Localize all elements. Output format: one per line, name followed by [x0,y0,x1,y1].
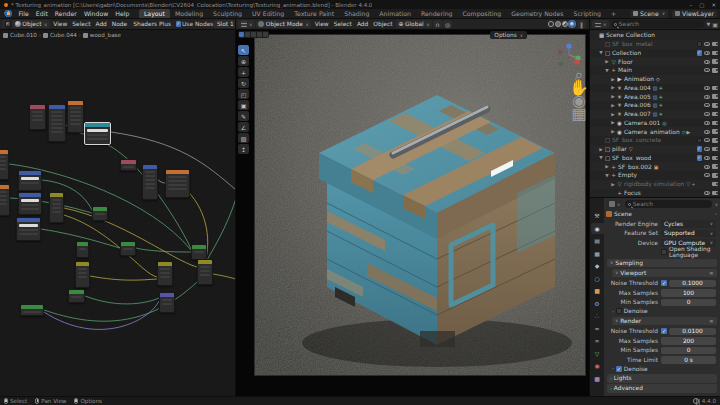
disable-in-renders-icon[interactable] [712,59,718,64]
disable-in-renders-icon[interactable] [712,156,718,161]
menu-edit[interactable]: Edit [32,10,51,17]
collection-checkbox[interactable]: ✓ [697,146,703,152]
tab-layout[interactable]: Layout [139,9,170,18]
tab-shading[interactable]: Shading [339,9,374,18]
shader-node[interactable] [67,100,84,133]
collection-checkbox[interactable]: ✓ [697,41,703,47]
outliner-row[interactable]: ▶☀Area.005▨☀ [590,92,720,101]
outliner-row[interactable]: ▦Scene Collection [590,31,720,40]
shader-node[interactable] [84,122,111,145]
tab-uv-editing[interactable]: UV Editing [247,9,289,18]
shader-node[interactable] [191,244,207,260]
new-collection-icon[interactable]: ▣ [712,21,718,28]
outliner-row[interactable]: □SF_box_metal✓ [590,40,720,49]
feature-set-dropdown[interactable]: Supported∨ [661,230,716,238]
outliner-row[interactable]: ▶☀Area.004▨☀ [590,84,720,93]
disable-in-renders-icon[interactable] [712,138,718,143]
disable-in-renders-icon[interactable] [712,191,718,196]
node-field[interactable] [87,129,108,132]
shader-node[interactable] [18,170,42,191]
shader-node[interactable] [29,104,46,130]
sampling-section-header[interactable]: ∨Sampling [607,259,717,268]
disable-in-renders-icon[interactable] [712,94,718,99]
vp-max-samples-field[interactable]: 100 [661,289,716,297]
properties-editor-type-button[interactable]: ∨ [606,200,623,208]
tool-properties-tab-icon[interactable]: ⚒ [591,210,604,222]
outliner-row[interactable]: □SF_box_concrete✓ [590,136,720,145]
texture-properties-tab-icon[interactable]: ▩ [591,373,604,385]
transform-orientation-dropdown[interactable]: ⊕Global∨ [396,20,432,28]
disable-in-renders-icon[interactable] [712,147,718,152]
select-box-tool-icon[interactable]: ↖ [238,45,249,55]
disable-in-renders-icon[interactable] [712,173,718,178]
shader-node[interactable] [165,169,190,198]
overlay-icon-3[interactable] [257,32,262,37]
shader-type-dropdown[interactable]: Object∨ [12,20,49,28]
outliner-row[interactable]: +Focus [590,189,720,198]
annotate-tool-icon[interactable]: ✎ [238,111,249,121]
hide-in-viewport-icon[interactable] [704,86,710,90]
disable-in-renders-icon[interactable] [712,86,718,91]
render-sampling-header[interactable]: ∨Render≡ [612,317,717,326]
viewport-sampling-header[interactable]: ∨Viewport≡ [612,269,717,278]
disable-in-renders-icon[interactable] [712,164,718,169]
world-properties-tab-icon[interactable]: ○ [591,273,604,285]
tab-animation[interactable]: Animation [374,9,416,18]
outliner-search-input[interactable]: Search [611,20,705,28]
minimize-button[interactable]: – [689,2,692,8]
menu-file[interactable]: File [15,10,32,17]
preset-menu-icon[interactable]: ≡ [709,270,714,276]
physics-properties-tab-icon[interactable]: ≈ [591,323,604,335]
extrude-tool-icon[interactable]: ↥ [238,144,249,154]
time-limit-field[interactable]: 0 s [661,356,716,364]
shader-editor[interactable]: Cube.010›Cube.044›wood_base [0,30,236,396]
outliner-row[interactable]: ▼□SF_box_wood✓ [590,154,720,163]
outliner-row[interactable]: ▶▽Floor [590,57,720,66]
outliner-row[interactable]: ▼□Collection✓ [590,49,720,58]
disable-in-renders-icon[interactable] [712,42,718,47]
rotate-tool-icon[interactable]: ↻ [238,78,249,88]
close-button[interactable]: ✕ [711,2,716,8]
outliner-row[interactable]: ▶□pillar▽✓ [590,145,720,154]
shader-node[interactable] [48,104,66,142]
vp-min-samples-field[interactable]: 0 [661,299,716,307]
outliner-row[interactable]: ▼+Empty [590,171,720,180]
rd-noise-threshold-field[interactable]: 0.0100 [669,328,716,336]
viewport-options-button[interactable]: Options ∨ [490,31,527,39]
shader-menu-view[interactable]: View [51,21,70,27]
viewport-menu-add[interactable]: Add [354,21,370,27]
object-data-properties-tab-icon[interactable]: ▽ [591,348,604,360]
render-properties-tab-icon[interactable]: ◉ [591,223,604,235]
hide-in-viewport-icon[interactable] [704,130,710,134]
hide-in-viewport-icon[interactable] [704,121,710,125]
hide-in-viewport-icon[interactable] [704,103,710,107]
disable-in-renders-icon[interactable] [712,103,718,108]
overlay-icon-4[interactable] [263,32,268,37]
render-slot-icon[interactable] [239,32,244,37]
render-engine-dropdown[interactable]: Cycles∨ [661,220,716,228]
tab-+[interactable]: + [606,9,621,18]
shader-node[interactable] [18,192,42,215]
outliner-row[interactable]: ▶☀Area.006▨☀ [590,101,720,110]
rd-min-samples-field[interactable]: 0 [661,347,716,355]
mode-dropdown[interactable]: Object Mode∨ [256,20,311,28]
outliner-row[interactable]: ▼+Main [590,66,720,75]
shader-node[interactable] [68,289,85,303]
scale-tool-icon[interactable]: ◰ [238,89,249,99]
vp-noise-threshold-field[interactable]: 0.1000 [669,280,716,288]
hide-in-viewport-icon[interactable] [704,42,710,46]
view-layer-properties-tab-icon[interactable]: ▦ [591,248,604,260]
shading-wireframe-icon[interactable] [548,21,554,27]
tab-rendering[interactable]: Rendering [416,9,458,18]
slot-dropdown[interactable]: Slot 1∨ [214,20,236,28]
node-field[interactable] [21,199,39,202]
properties-search-input[interactable]: Search [625,200,712,208]
shader-node[interactable] [75,261,90,288]
menu-help[interactable]: Help [112,10,133,17]
overlay-icon-2[interactable] [251,32,256,37]
hide-in-viewport-icon[interactable] [704,51,710,55]
tab-scripting[interactable]: Scripting [569,9,607,18]
viewport-editor-type-button[interactable]: ∨ [238,20,255,28]
filter-icon[interactable]: ▼ [706,21,710,27]
tab-texture-paint[interactable]: Texture Paint [289,9,339,18]
